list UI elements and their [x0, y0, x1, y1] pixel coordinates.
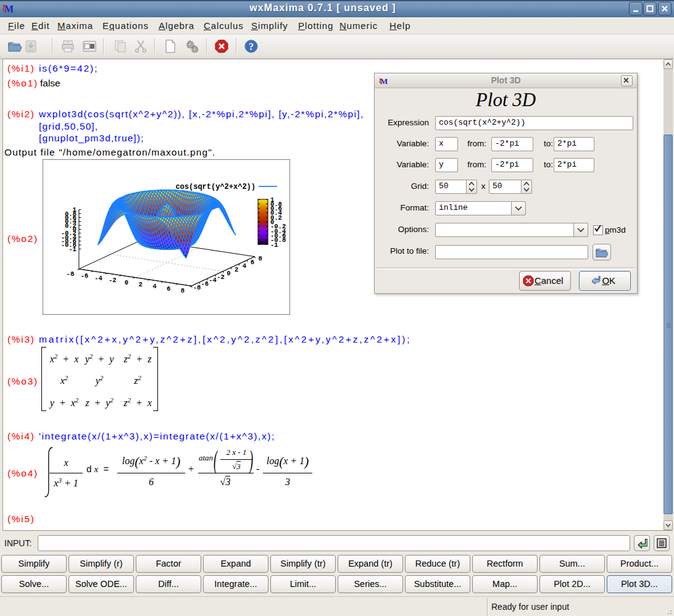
svg-text:1: 1 — [270, 196, 274, 204]
svg-text:4: 4 — [152, 283, 156, 290]
svg-text:ξ: ξ — [379, 77, 382, 85]
svg-text:8: 8 — [258, 255, 262, 262]
svg-text:6: 6 — [167, 285, 170, 293]
svg-text:2: 2 — [235, 266, 238, 273]
svg-text:ξ: ξ — [2, 3, 6, 12]
svg-text:-2: -2 — [217, 273, 225, 281]
svg-text:?: ? — [249, 41, 254, 52]
svg-text:1: 1 — [73, 206, 77, 214]
svg-text:4: 4 — [243, 262, 246, 270]
svg-text:-8: -8 — [193, 284, 201, 291]
svg-text:2: 2 — [139, 281, 143, 288]
svg-text:-2: -2 — [109, 277, 117, 284]
svg-text:0: 0 — [227, 270, 230, 277]
svg-text:-6: -6 — [80, 272, 88, 280]
svg-text:-6: -6 — [201, 280, 209, 288]
svg-text:-4: -4 — [209, 277, 217, 284]
svg-text:-8: -8 — [67, 270, 75, 278]
svg-text:0: 0 — [125, 279, 128, 286]
svg-text:6: 6 — [251, 259, 254, 266]
svg-text:8: 8 — [181, 287, 185, 294]
svg-text:cos(sqrt(y^2+x^2)): cos(sqrt(y^2+x^2)) — [175, 183, 256, 191]
svg-text:-4: -4 — [94, 275, 102, 282]
